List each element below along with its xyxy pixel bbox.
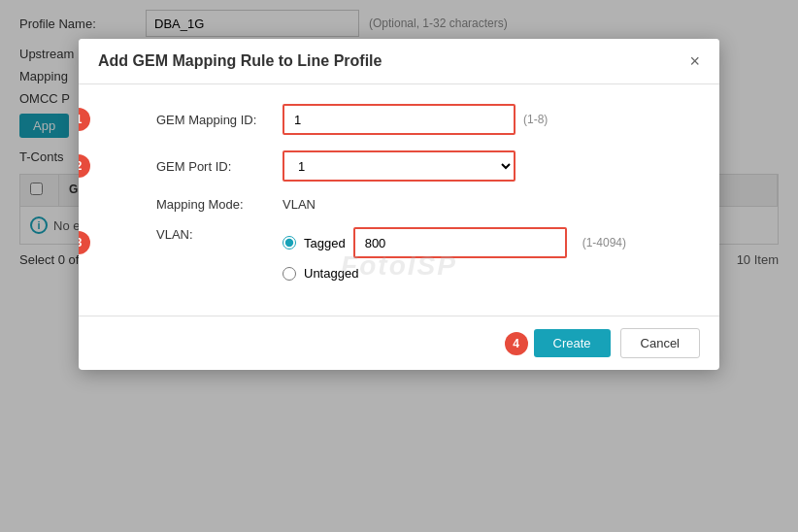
untagged-radio[interactable] <box>283 267 296 281</box>
modal-header: Add GEM Mapping Rule to Line Profile × <box>79 39 719 84</box>
tagged-radio[interactable] <box>283 236 296 249</box>
gem-mapping-id-hint: (1-8) <box>523 113 548 126</box>
step-3-badge: 3 <box>79 231 90 254</box>
vlan-hint: (1-4094) <box>582 236 626 249</box>
modal-body: 1 GEM Mapping ID: (1-8) 2 GEM Port ID: 1… <box>79 84 719 316</box>
step-4-badge: 4 <box>505 332 528 355</box>
modal-dialog: Add GEM Mapping Rule to Line Profile × 1… <box>79 39 719 370</box>
gem-mapping-id-input[interactable] <box>283 104 515 135</box>
create-button[interactable]: Create <box>534 329 611 357</box>
tagged-label: Tagged <box>304 236 346 250</box>
create-btn-wrapper: 4 Create <box>534 329 611 357</box>
untagged-option: Untagged <box>283 266 626 281</box>
vlan-options: Tagged (1-4094) Untagged <box>283 227 626 281</box>
mapping-mode-value: VLAN <box>283 197 316 212</box>
modal-close-button[interactable]: × <box>689 52 700 70</box>
tagged-option: Tagged (1-4094) <box>283 227 626 258</box>
step-2-badge: 2 <box>79 154 90 178</box>
untagged-label: Untagged <box>304 266 358 281</box>
modal-title: Add GEM Mapping Rule to Line Profile <box>98 52 382 70</box>
modal-footer: 4 Create Cancel <box>79 316 719 370</box>
mapping-mode-label: Mapping Mode: <box>156 197 283 212</box>
vlan-label: VLAN: <box>156 227 283 242</box>
gem-port-id-label: GEM Port ID: <box>156 159 283 174</box>
gem-mapping-id-label: GEM Mapping ID: <box>156 113 283 127</box>
gem-port-id-select[interactable]: 1 2 3 4 <box>283 150 515 182</box>
vlan-tagged-input[interactable] <box>353 227 567 258</box>
modal-overlay: Add GEM Mapping Rule to Line Profile × 1… <box>0 0 798 532</box>
step-1-badge: 1 <box>79 108 90 131</box>
cancel-button[interactable]: Cancel <box>620 328 700 358</box>
